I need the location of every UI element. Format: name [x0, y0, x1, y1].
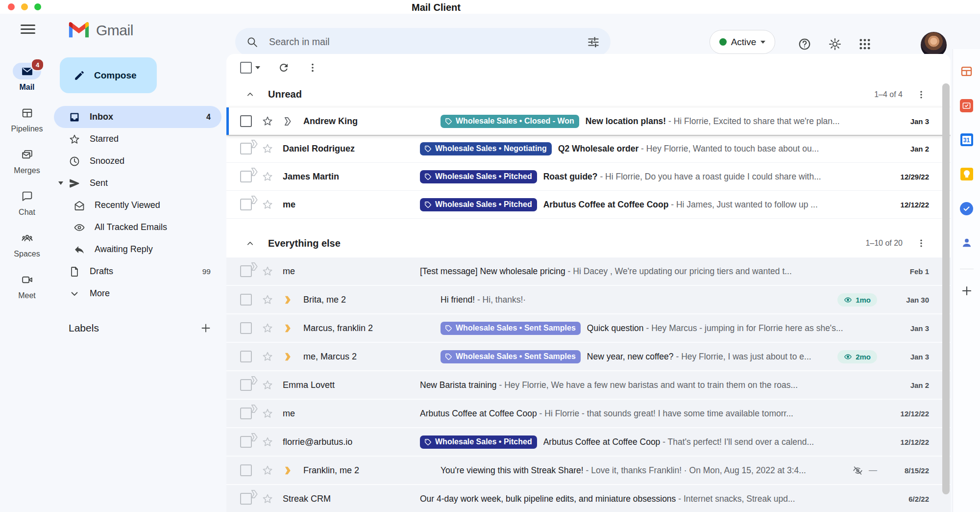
section-menu-icon[interactable] [916, 90, 926, 100]
streak-pipeline-icon[interactable] [249, 138, 261, 150]
row-checkbox[interactable] [240, 115, 252, 127]
contacts-icon[interactable] [957, 233, 977, 253]
streak-pipeline-icon[interactable] [283, 465, 294, 476]
rail-item-mail[interactable]: 4 Mail [0, 63, 54, 93]
rail-item-chat[interactable]: Chat [0, 188, 54, 218]
merges-icon [21, 149, 33, 161]
rail-item-merges[interactable]: Merges [0, 146, 54, 177]
email-row[interactable]: me [Test message] New wholesale pricing … [226, 257, 951, 286]
email-row[interactable]: me Wholesale Sales • Pitched Arbutus Cof… [226, 191, 951, 219]
more-options-icon[interactable] [307, 62, 318, 73]
star-icon[interactable] [262, 265, 273, 277]
sidebar-item-recently-viewed[interactable]: Recently Viewed [54, 194, 221, 216]
get-addons-button[interactable] [957, 281, 977, 301]
compose-button[interactable]: Compose [60, 57, 157, 93]
pipeline-stage-badge[interactable]: Wholesale Sales • Pitched [420, 170, 537, 183]
pipeline-stage-badge[interactable]: Wholesale Sales • Closed - Won [441, 115, 579, 128]
streak-pipeline-icon[interactable] [249, 261, 261, 272]
pipeline-stage-badge[interactable]: Wholesale Sales • Sent Samples [441, 350, 581, 363]
email-row[interactable]: Franklin, me 2 You're viewing this with … [226, 457, 951, 485]
email-row[interactable]: me, Marcus 2 Wholesale Sales • Sent Samp… [226, 343, 951, 371]
refresh-icon[interactable] [278, 62, 290, 74]
calendar-icon[interactable]: 31 [957, 130, 977, 150]
streak-mail-tasks-icon[interactable] [957, 96, 977, 115]
collapse-section-icon[interactable] [245, 89, 255, 100]
star-icon[interactable] [262, 436, 273, 448]
star-icon[interactable] [262, 115, 273, 127]
streak-pipeline-icon[interactable] [249, 488, 261, 500]
sender: Streak CRM [283, 494, 411, 504]
streak-pipeline-icon[interactable] [249, 194, 261, 205]
sidebar-item-starred[interactable]: Starred [54, 128, 221, 150]
star-icon[interactable] [262, 379, 273, 391]
star-icon[interactable] [262, 351, 273, 362]
star-icon[interactable] [262, 322, 273, 334]
streak-pipeline-icon[interactable] [283, 323, 294, 334]
star-icon[interactable] [262, 171, 273, 182]
streak-pipeline-icon[interactable] [249, 375, 261, 386]
help-icon[interactable] [798, 37, 811, 51]
sidebar-item-snoozed[interactable]: Snoozed [54, 150, 221, 172]
rail-icon-pill [13, 188, 41, 205]
sidebar-item-drafts[interactable]: Drafts 99 [54, 260, 221, 282]
sidebar-item-awaiting-reply[interactable]: Awaiting Reply [54, 238, 221, 260]
sidebar-item-inbox[interactable]: Inbox 4 [54, 106, 221, 128]
rail-icon-pill: 4 [13, 63, 41, 79]
email-row[interactable]: Andrew King Wholesale Sales • Closed - W… [226, 107, 951, 135]
email-row[interactable]: Daniel Rodriguez Wholesale Sales • Negot… [226, 135, 951, 163]
streak-pipeline-icon[interactable] [249, 166, 261, 178]
tasks-icon[interactable] [957, 199, 977, 218]
email-row[interactable]: Emma Lovett New Barista training - Hey F… [226, 371, 951, 400]
sidebar-item-sent[interactable]: Sent [54, 172, 221, 194]
star-icon[interactable] [262, 199, 273, 210]
main-menu-icon[interactable] [21, 25, 35, 36]
rail-item-spaces[interactable]: Spaces [0, 230, 54, 260]
star-icon[interactable] [262, 294, 273, 306]
collapse-section-icon[interactable] [245, 238, 255, 249]
email-row[interactable]: Brita, me 2 Hi friend! - Hi, thanks!· 1m… [226, 286, 951, 314]
streak-pipeline-icon[interactable] [249, 432, 261, 443]
rail-item-meet[interactable]: Meet [0, 271, 54, 302]
email-row[interactable]: florrie@arbutus.io Wholesale Sales • Pit… [226, 428, 951, 457]
row-checkbox[interactable] [240, 464, 252, 476]
row-checkbox[interactable] [240, 294, 252, 306]
email-row[interactable]: Marcus, franklin 2 Wholesale Sales • Sen… [226, 314, 951, 343]
rail-icon-pill [13, 271, 41, 288]
add-label-icon[interactable] [200, 322, 212, 334]
search-filters-icon[interactable] [587, 36, 600, 49]
sidebar-item-all-tracked-emails[interactable]: All Tracked Emails [54, 216, 221, 238]
streak-pipeline-icon[interactable] [283, 294, 294, 306]
streak-pipelines-icon[interactable] [957, 61, 977, 81]
pipeline-stage-badge[interactable]: Wholesale Sales • Pitched [420, 435, 537, 449]
star-icon[interactable] [262, 464, 273, 476]
star-icon[interactable] [262, 408, 273, 419]
nav-item-label: Snoozed [90, 156, 124, 166]
row-checkbox[interactable] [240, 322, 252, 334]
date: Jan 30 [885, 296, 929, 304]
status-dropdown[interactable]: Active [710, 30, 775, 54]
sidebar-item-more[interactable]: More [54, 282, 221, 305]
keep-icon[interactable] [957, 164, 977, 184]
scrollbar-thumb[interactable] [942, 83, 950, 494]
pipeline-stage-badge[interactable]: Wholesale Sales • Pitched [420, 198, 537, 211]
section-menu-icon[interactable] [916, 238, 926, 248]
pipeline-stage-badge[interactable]: Wholesale Sales • Negotiating [420, 142, 552, 155]
email-row[interactable]: Streak CRM Our 4-day work week, bulk pip… [226, 485, 951, 512]
expander-arrow-icon[interactable] [58, 181, 63, 187]
search-input[interactable] [268, 36, 587, 48]
streak-pipeline-icon[interactable] [249, 403, 261, 414]
search-bar[interactable] [235, 28, 611, 56]
streak-pipeline-icon[interactable] [283, 351, 294, 362]
select-options-caret-icon[interactable] [255, 66, 260, 72]
gear-icon[interactable] [828, 37, 842, 51]
apps-grid-icon[interactable] [858, 37, 872, 51]
email-row[interactable]: James Martin Wholesale Sales • Pitched R… [226, 163, 951, 191]
star-icon[interactable] [262, 493, 273, 505]
row-checkbox[interactable] [240, 351, 252, 362]
star-icon[interactable] [262, 143, 273, 154]
rail-item-pipelines[interactable]: Pipelines [0, 104, 54, 135]
streak-pipeline-icon[interactable] [283, 116, 294, 127]
pipeline-stage-badge[interactable]: Wholesale Sales • Sent Samples [441, 322, 581, 335]
email-row[interactable]: me Arbutus Coffee at Coffee Coop - Hi Fl… [226, 400, 951, 428]
select-all-checkbox[interactable] [240, 62, 252, 74]
